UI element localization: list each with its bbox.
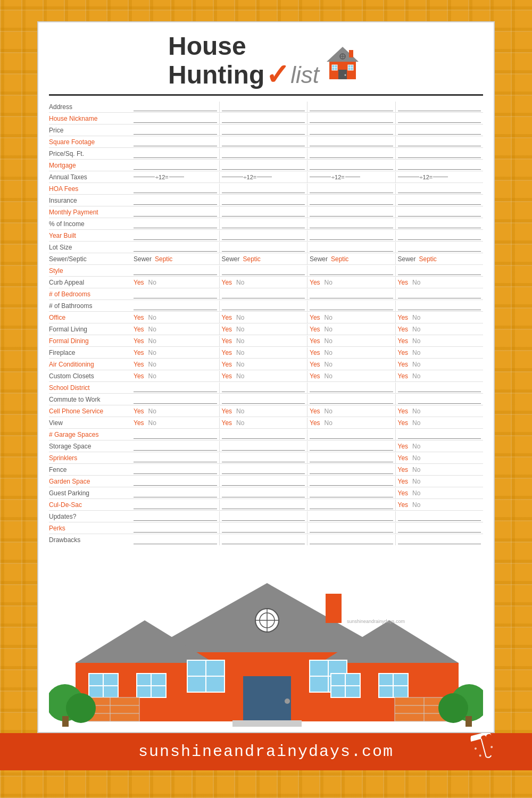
fd-yes-3[interactable]: Yes xyxy=(310,337,320,345)
office-no-1[interactable]: No xyxy=(148,314,156,321)
sewer-btn-3[interactable]: Sewer xyxy=(310,255,328,263)
fl-no-2[interactable]: No xyxy=(236,326,244,333)
septic-btn-1[interactable]: Septic xyxy=(155,255,172,263)
fp-yes-3[interactable]: Yes xyxy=(310,349,320,356)
sqft-field-2[interactable] xyxy=(222,138,305,146)
nickname-field-4[interactable] xyxy=(398,114,481,123)
ac-no-1[interactable]: No xyxy=(148,361,156,368)
fl-no-3[interactable]: No xyxy=(325,326,332,333)
bed-field-1[interactable] xyxy=(134,290,217,298)
cc-yes-3[interactable]: Yes xyxy=(310,372,320,380)
price-sqft-field-4[interactable] xyxy=(398,149,481,158)
cc-yes-2[interactable]: Yes xyxy=(222,372,232,380)
fl-no-1[interactable]: No xyxy=(148,326,156,333)
taxes-input-4[interactable] xyxy=(398,177,419,177)
mortgage-field-2[interactable] xyxy=(222,161,305,170)
price-field-1[interactable] xyxy=(134,126,217,135)
style-field-3[interactable] xyxy=(310,267,393,275)
cds-no-4[interactable]: No xyxy=(412,501,420,509)
fence-no-4[interactable]: No xyxy=(412,466,420,473)
cc-no-4[interactable]: No xyxy=(412,372,420,380)
cell-yes-3[interactable]: Yes xyxy=(310,408,320,415)
cell-no-3[interactable]: No xyxy=(325,408,332,415)
cc-no-1[interactable]: No xyxy=(148,372,156,380)
drawbacks-field-4[interactable] xyxy=(398,536,481,544)
updates-field-4[interactable] xyxy=(398,512,481,521)
garage-field-4[interactable] xyxy=(398,430,481,439)
lot-field-1[interactable] xyxy=(134,243,217,252)
sewer-btn-2[interactable]: Sewer xyxy=(222,255,240,263)
taxes-result-4[interactable] xyxy=(433,177,448,177)
cds-field-2[interactable] xyxy=(222,501,305,509)
fp-yes-4[interactable]: Yes xyxy=(398,349,409,356)
bath-field-2[interactable] xyxy=(222,302,305,310)
school-field-4[interactable] xyxy=(398,384,481,392)
sprinkler-field-3[interactable] xyxy=(310,454,393,462)
parking-no-4[interactable]: No xyxy=(412,489,420,497)
mortgage-field-1[interactable] xyxy=(134,161,217,170)
perks-field-3[interactable] xyxy=(310,524,393,533)
storage-field-1[interactable] xyxy=(134,442,217,451)
cc-yes-1[interactable]: Yes xyxy=(134,372,144,380)
garden-yes-4[interactable]: Yes xyxy=(398,478,409,485)
garage-field-3[interactable] xyxy=(310,430,393,439)
perks-field-4[interactable] xyxy=(398,524,481,533)
fd-yes-1[interactable]: Yes xyxy=(134,337,144,345)
ac-yes-4[interactable]: Yes xyxy=(398,361,409,368)
fl-yes-1[interactable]: Yes xyxy=(134,326,144,333)
storage-field-3[interactable] xyxy=(310,442,393,451)
hoa-field-3[interactable] xyxy=(310,185,393,193)
sewer-btn-4[interactable]: Sewer xyxy=(398,255,416,263)
curb-yes-2[interactable]: Yes xyxy=(222,279,232,286)
storage-yes-4[interactable]: Yes xyxy=(398,443,409,450)
bath-field-4[interactable] xyxy=(398,302,481,310)
fp-yes-2[interactable]: Yes xyxy=(222,349,232,356)
updates-field-2[interactable] xyxy=(222,512,305,521)
bed-field-3[interactable] xyxy=(310,290,393,298)
sqft-field-1[interactable] xyxy=(134,138,217,146)
perks-field-2[interactable] xyxy=(222,524,305,533)
bath-field-1[interactable] xyxy=(134,302,217,310)
school-field-2[interactable] xyxy=(222,384,305,392)
address-field-4[interactable] xyxy=(398,103,481,111)
storage-no-4[interactable]: No xyxy=(412,443,420,450)
curb-yes-1[interactable]: Yes xyxy=(134,279,144,286)
fp-no-3[interactable]: No xyxy=(325,349,332,356)
school-field-1[interactable] xyxy=(134,384,217,392)
view-no-4[interactable]: No xyxy=(412,419,420,427)
bed-field-4[interactable] xyxy=(398,290,481,298)
style-field-4[interactable] xyxy=(398,267,481,275)
curb-yes-4[interactable]: Yes xyxy=(398,279,409,286)
office-no-2[interactable]: No xyxy=(236,314,244,321)
taxes-result-2[interactable] xyxy=(257,177,272,177)
office-yes-1[interactable]: Yes xyxy=(134,314,144,321)
septic-btn-2[interactable]: Septic xyxy=(243,255,261,263)
insurance-field-4[interactable] xyxy=(398,196,481,205)
address-field-3[interactable] xyxy=(310,103,393,111)
style-field-1[interactable] xyxy=(134,267,217,275)
taxes-input-3[interactable] xyxy=(310,177,331,177)
view-no-1[interactable]: No xyxy=(148,419,156,427)
price-field-3[interactable] xyxy=(310,126,393,135)
taxes-input-2[interactable] xyxy=(222,177,243,177)
fence-yes-4[interactable]: Yes xyxy=(398,466,409,473)
lot-field-2[interactable] xyxy=(222,243,305,252)
price-sqft-field-2[interactable] xyxy=(222,149,305,158)
drawbacks-field-2[interactable] xyxy=(222,536,305,544)
fd-yes-2[interactable]: Yes xyxy=(222,337,232,345)
year-built-field-4[interactable] xyxy=(398,231,481,240)
view-yes-3[interactable]: Yes xyxy=(310,419,320,427)
cell-no-4[interactable]: No xyxy=(412,408,420,415)
monthly-field-4[interactable] xyxy=(398,208,481,217)
mortgage-field-3[interactable] xyxy=(310,161,393,170)
septic-btn-3[interactable]: Septic xyxy=(331,255,348,263)
view-no-2[interactable]: No xyxy=(236,419,244,427)
commute-field-2[interactable] xyxy=(222,395,305,404)
fp-no-2[interactable]: No xyxy=(236,349,244,356)
income-field-2[interactable] xyxy=(222,220,305,228)
insurance-field-3[interactable] xyxy=(310,196,393,205)
cell-yes-2[interactable]: Yes xyxy=(222,408,232,415)
style-field-2[interactable] xyxy=(222,267,305,275)
price-field-2[interactable] xyxy=(222,126,305,135)
fp-no-4[interactable]: No xyxy=(412,349,420,356)
